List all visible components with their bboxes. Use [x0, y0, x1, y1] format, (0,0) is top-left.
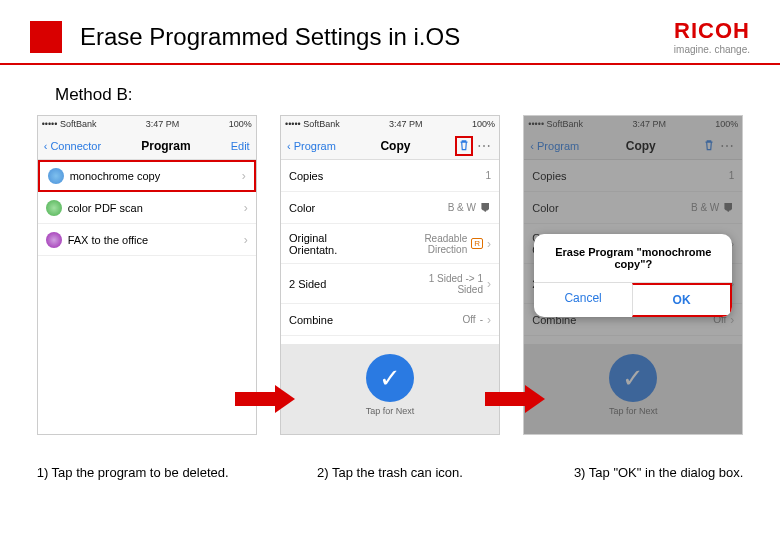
- setting-row-orientation[interactable]: Original Orientatn. Readable DirectionR›: [281, 224, 499, 264]
- bottom-zone: ✓ Tap for Next: [524, 344, 742, 434]
- more-icon[interactable]: ⋯: [477, 138, 493, 154]
- setting-row-combine[interactable]: Combine Off-›: [281, 304, 499, 336]
- program-row-colorpdf[interactable]: color PDF scan ›: [38, 192, 256, 224]
- nav-bar: ‹ Program Copy ⋯: [524, 132, 742, 160]
- arrow-icon: [485, 385, 545, 413]
- program-icon: [48, 168, 64, 184]
- cancel-button[interactable]: Cancel: [534, 283, 632, 317]
- chevron-right-icon: ›: [244, 233, 248, 247]
- logo-tagline: imagine. change.: [674, 44, 750, 55]
- back-button[interactable]: ‹ Program: [287, 140, 336, 152]
- setting-label: Copies: [532, 170, 566, 182]
- battery-label: 100%: [472, 119, 495, 129]
- bottom-zone: ✓ Tap for Next: [281, 344, 499, 434]
- back-button: ‹ Program: [530, 140, 579, 152]
- program-row-monochrome[interactable]: monochrome copy ›: [38, 160, 256, 192]
- brand-logo: RICOH imagine. change.: [674, 18, 750, 55]
- setting-row-color: Color B & W⛊: [524, 192, 742, 224]
- nav-title: Copy: [626, 139, 656, 153]
- more-icon: ⋯: [720, 138, 736, 154]
- tap-next-label: Tap for Next: [281, 406, 499, 416]
- setting-value: 1: [485, 170, 491, 181]
- nav-title: Program: [141, 139, 190, 153]
- header-accent-square: [30, 21, 62, 53]
- setting-value: Off: [462, 314, 475, 325]
- time-label: 3:47 PM: [389, 119, 423, 129]
- slide-title: Erase Programmed Settings in i.OS: [80, 23, 674, 51]
- caption-3: 3) Tap "OK" in the dialog box.: [523, 465, 743, 480]
- slide-header: Erase Programmed Settings in i.OS RICOH …: [0, 0, 780, 65]
- nav-bar: ‹ Program Copy ⋯: [281, 132, 499, 160]
- arrow-icon: [235, 385, 295, 413]
- stack-icon: ⛊: [723, 202, 734, 214]
- program-icon: [46, 200, 62, 216]
- phone-screenshot-1: ••••• SoftBank 3:47 PM 100% ‹ Connector …: [37, 115, 257, 435]
- setting-value: 1: [729, 170, 735, 181]
- screenshots-row: ••••• SoftBank 3:47 PM 100% ‹ Connector …: [0, 115, 780, 435]
- setting-row-color[interactable]: Color B & W⛊: [281, 192, 499, 224]
- setting-row-copies[interactable]: Copies 1: [281, 160, 499, 192]
- ok-button[interactable]: OK: [632, 283, 733, 317]
- setting-value: B & W: [448, 202, 476, 213]
- program-label: FAX to the office: [68, 234, 149, 246]
- program-row-fax[interactable]: FAX to the office ›: [38, 224, 256, 256]
- carrier-label: ••••• SoftBank: [285, 119, 340, 129]
- setting-label: Color: [289, 202, 315, 214]
- carrier-label: ••••• SoftBank: [528, 119, 583, 129]
- dialog-message: Erase Program "monochrome copy"?: [534, 234, 732, 282]
- setting-row-copies: Copies 1: [524, 160, 742, 192]
- trash-icon: [702, 138, 716, 154]
- chevron-right-icon: ›: [487, 277, 491, 291]
- program-label: monochrome copy: [70, 170, 161, 182]
- setting-label: Combine: [289, 314, 333, 326]
- setting-value: 1 Sided -> 1 Sided: [413, 273, 483, 295]
- edit-button[interactable]: Edit: [231, 140, 250, 152]
- tap-next-label: Tap for Next: [524, 406, 742, 416]
- phone-screenshot-2: ••••• SoftBank 3:47 PM 100% ‹ Program Co…: [280, 115, 500, 435]
- setting-label: Copies: [289, 170, 323, 182]
- setting-label: 2 Sided: [289, 278, 326, 290]
- setting-value: B & W: [691, 202, 719, 213]
- caption-1: 1) Tap the program to be deleted.: [37, 465, 257, 480]
- trash-icon[interactable]: [455, 136, 473, 156]
- chevron-right-icon: ›: [244, 201, 248, 215]
- chevron-right-icon: ›: [487, 237, 491, 251]
- nav-title: Copy: [380, 139, 410, 153]
- program-icon: [46, 232, 62, 248]
- captions-row: 1) Tap the program to be deleted. 2) Tap…: [0, 435, 780, 480]
- battery-label: 100%: [715, 119, 738, 129]
- chevron-right-icon: ›: [242, 169, 246, 183]
- setting-label: Color: [532, 202, 558, 214]
- setting-row-twosided[interactable]: 2 Sided 1 Sided -> 1 Sided›: [281, 264, 499, 304]
- phone-screenshot-3: ••••• SoftBank 3:47 PM 100% ‹ Program Co…: [523, 115, 743, 435]
- battery-label: 100%: [229, 119, 252, 129]
- status-bar: ••••• SoftBank 3:47 PM 100%: [38, 116, 256, 132]
- carrier-label: ••••• SoftBank: [42, 119, 97, 129]
- back-button[interactable]: ‹ Connector: [44, 140, 101, 152]
- r-badge-icon: R: [471, 238, 483, 249]
- setting-value: Readable Direction: [407, 233, 467, 255]
- nav-bar: ‹ Connector Program Edit: [38, 132, 256, 160]
- caption-2: 2) Tap the trash can icon.: [280, 465, 500, 480]
- confirm-dialog: Erase Program "monochrome copy"? Cancel …: [534, 234, 732, 317]
- method-label: Method B:: [0, 65, 780, 115]
- status-bar: ••••• SoftBank 3:47 PM 100%: [281, 116, 499, 132]
- time-label: 3:47 PM: [632, 119, 666, 129]
- chevron-right-icon: ›: [487, 313, 491, 327]
- setting-label: Original Orientatn.: [289, 232, 359, 256]
- stack-icon: ⛊: [480, 202, 491, 214]
- chevron-right-icon: ›: [730, 313, 734, 327]
- status-bar: ••••• SoftBank 3:47 PM 100%: [524, 116, 742, 132]
- logo-text: RICOH: [674, 18, 750, 44]
- check-circle-icon[interactable]: ✓: [366, 354, 414, 402]
- dash-icon: -: [480, 314, 483, 325]
- check-circle-icon: ✓: [609, 354, 657, 402]
- program-label: color PDF scan: [68, 202, 143, 214]
- time-label: 3:47 PM: [146, 119, 180, 129]
